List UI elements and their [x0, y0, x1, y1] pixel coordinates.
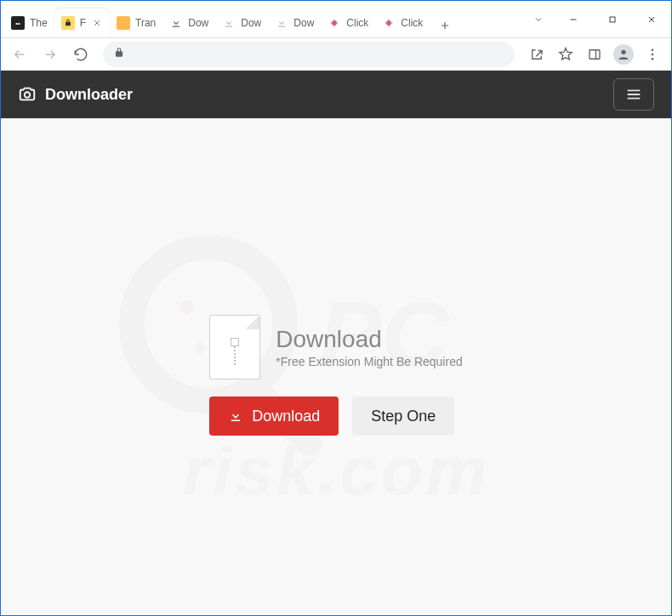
svg-point-11	[180, 300, 194, 314]
tab-favicon: ••	[11, 16, 25, 30]
browser-tab[interactable]: Tran	[110, 9, 162, 37]
browser-tab[interactable]: Click	[321, 9, 375, 37]
tab-label: Click	[401, 17, 423, 29]
zip-file-icon	[209, 315, 260, 379]
browser-tab[interactable]: •• The	[4, 9, 54, 37]
tab-search-button[interactable]	[523, 1, 554, 37]
tab-label: Dow	[293, 17, 314, 29]
page-content: PC risk.com Download *Free Extension Mig…	[1, 118, 671, 615]
new-tab-button[interactable]	[433, 14, 457, 37]
card-subtitle: *Free Extension Might Be Required	[276, 355, 462, 368]
reload-button[interactable]	[67, 41, 94, 68]
svg-point-4	[621, 49, 625, 54]
download-card: Download *Free Extension Might Be Requir…	[209, 315, 462, 436]
tab-label: The	[30, 17, 48, 29]
back-button[interactable]	[6, 41, 33, 68]
tab-favicon	[117, 16, 130, 30]
tab-strip: •• The F Tran Dow	[1, 1, 523, 37]
close-window-button[interactable]	[632, 1, 671, 37]
address-bar[interactable]	[103, 42, 515, 67]
profile-button[interactable]	[610, 41, 637, 68]
forward-button[interactable]	[37, 41, 64, 68]
download-button[interactable]: Download	[209, 396, 339, 436]
hamburger-menu[interactable]	[613, 78, 654, 111]
tab-favicon	[61, 16, 75, 30]
avatar-icon	[613, 44, 634, 65]
tab-label: Dow	[241, 17, 261, 29]
step-one-label: Step One	[371, 408, 436, 425]
tab-favicon	[327, 16, 341, 30]
browser-tab[interactable]: Dow	[162, 9, 215, 37]
download-icon	[169, 16, 183, 30]
window-controls	[523, 1, 671, 37]
tab-favicon	[382, 16, 396, 30]
site-header: Downloader	[1, 71, 671, 118]
tab-label: F	[80, 17, 86, 29]
svg-point-6	[652, 53, 654, 55]
svg-rect-3	[589, 49, 600, 59]
maximize-button[interactable]	[593, 1, 632, 37]
svg-point-13	[195, 343, 205, 353]
svg-point-0	[332, 20, 337, 26]
svg-point-1	[386, 20, 391, 26]
svg-point-8	[25, 92, 30, 97]
svg-rect-2	[610, 17, 615, 22]
browser-toolbar	[1, 38, 671, 71]
svg-point-5	[652, 48, 654, 51]
brand[interactable]: Downloader	[18, 85, 133, 104]
camera-icon	[18, 85, 37, 104]
bookmark-button[interactable]	[552, 41, 579, 68]
svg-point-7	[652, 57, 654, 60]
brand-label: Downloader	[45, 86, 133, 104]
download-icon	[228, 408, 243, 424]
menu-button[interactable]	[639, 41, 666, 68]
browser-tab[interactable]: Dow	[268, 9, 321, 37]
download-icon	[222, 16, 236, 30]
share-button[interactable]	[523, 41, 550, 68]
card-title: Download	[276, 326, 462, 353]
download-icon	[275, 16, 288, 30]
svg-text:risk.com: risk.com	[183, 433, 490, 509]
tab-label: Tran	[135, 17, 156, 29]
step-one-button[interactable]: Step One	[352, 396, 454, 436]
browser-tab[interactable]: Click	[375, 9, 430, 37]
side-panel-button[interactable]	[581, 41, 608, 68]
tab-label: Click	[346, 17, 368, 29]
minimize-button[interactable]	[554, 1, 593, 37]
download-button-label: Download	[252, 408, 320, 425]
lock-icon	[113, 47, 125, 62]
tab-label: Dow	[188, 17, 208, 29]
tab-close-icon[interactable]	[91, 17, 103, 29]
window-titlebar: •• The F Tran Dow	[1, 1, 671, 38]
browser-tab[interactable]: Dow	[215, 9, 268, 37]
browser-tab-active[interactable]: F	[54, 9, 110, 37]
